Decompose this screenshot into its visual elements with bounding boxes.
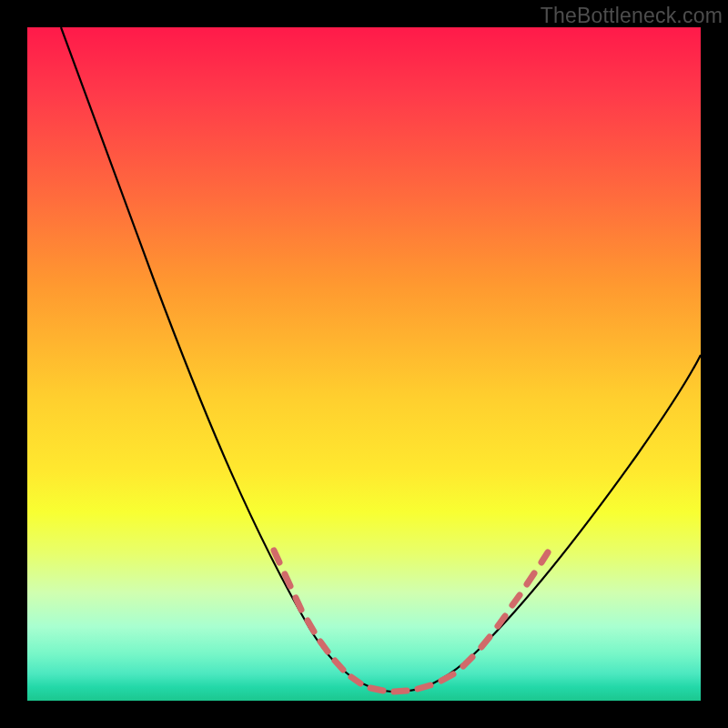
dash [296,598,301,610]
bottleneck-curve-path [61,27,701,692]
dash [463,657,472,666]
dash [541,552,548,562]
dash [335,661,343,670]
curve-layer [27,27,701,701]
dash [527,573,534,584]
dash [274,551,279,562]
watermark-text: TheBottleneck.com [541,4,723,28]
dash [351,677,360,683]
dash [370,688,383,691]
dash [394,691,407,692]
dash [308,621,314,632]
dash [512,595,520,605]
dash [418,685,430,689]
dash [481,637,490,647]
chart-frame: TheBottleneck.com [0,0,728,728]
dash [320,642,328,652]
dash [441,674,453,681]
